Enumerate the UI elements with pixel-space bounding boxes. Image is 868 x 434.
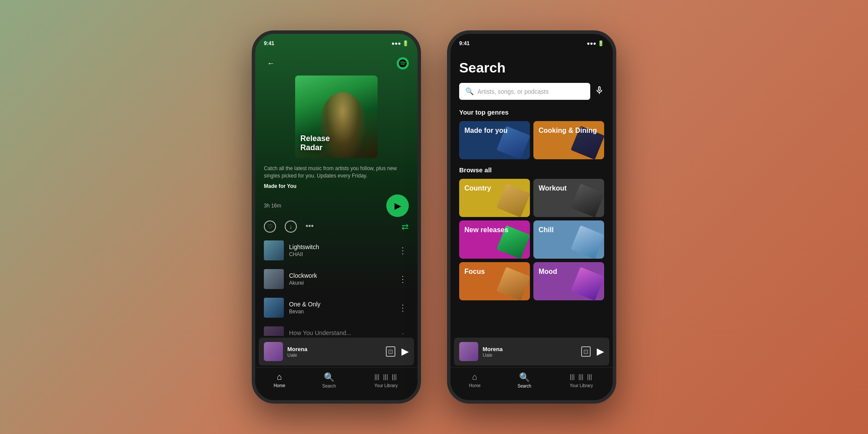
album-title-overlay: Release Radar (300, 134, 330, 153)
genre-cover (496, 267, 530, 300)
mic-button[interactable] (595, 85, 604, 97)
shuffle-button[interactable]: ⇄ (401, 221, 409, 232)
top-genres-grid: Made for you Cooking & Dining (459, 121, 604, 159)
nav-home-label: Home (469, 383, 481, 388)
more-button[interactable]: ••• (306, 222, 314, 231)
browse-all-grid: Country Workout New releases Chill Focus (459, 179, 604, 300)
track-item[interactable]: Lightswitch CHAII ⋮ (255, 236, 418, 265)
back-button[interactable]: ← (264, 56, 278, 70)
nav-library-label: Your Library (570, 383, 593, 388)
search-page-title: Search (459, 60, 604, 76)
genre-card-chill[interactable]: Chill (533, 220, 604, 259)
mini-player-controls: ⊡ ▶ (581, 346, 604, 357)
track-item[interactable]: How You Understand... ... ⋮ (255, 322, 418, 336)
search-bar: 🔍 Artists, songs, or podcasts (459, 83, 604, 100)
mini-player-thumbnail (264, 342, 283, 361)
right-phone-content: Search 🔍 Artists, songs, or podcasts You… (450, 53, 613, 400)
genre-label: Mood (539, 267, 557, 276)
mini-player-artist: Uale (287, 352, 381, 358)
genre-cover (571, 184, 604, 217)
genre-card-made-for-you[interactable]: Made for you (459, 121, 530, 159)
nav-library[interactable]: ⫼⫼⫼ Your Library (373, 372, 399, 388)
genre-label: Made for you (464, 126, 508, 135)
status-icons-right: ●●● 🔋 (587, 40, 604, 46)
genre-cover (496, 184, 530, 217)
track-item[interactable]: One & Only Bevan ⋮ (255, 293, 418, 322)
track-info: One & Only Bevan (289, 301, 391, 315)
mini-player-info: Morena Uale (483, 346, 577, 358)
status-bar-right: 9:41 ●●● 🔋 (450, 34, 613, 53)
search-input-wrap[interactable]: 🔍 Artists, songs, or podcasts (459, 83, 590, 100)
genre-card-new-releases[interactable]: New releases (459, 220, 530, 259)
cast-icon[interactable]: ⊡ (581, 346, 591, 357)
mini-play-button[interactable]: ▶ (401, 346, 409, 357)
track-name: One & Only (289, 301, 391, 308)
nav-search-label: Search (322, 384, 336, 388)
track-more-button[interactable]: ⋮ (397, 331, 409, 336)
genre-card-country[interactable]: Country (459, 179, 530, 217)
cast-icon[interactable]: ⊡ (386, 346, 395, 357)
nav-search[interactable]: 🔍 Search (517, 372, 531, 388)
genre-card-cooking[interactable]: Cooking & Dining (533, 121, 604, 159)
mini-play-button[interactable]: ▶ (597, 346, 604, 357)
left-phone: 9:41 ●●● 🔋 ← Release Radar Catch all (252, 30, 421, 404)
genre-card-focus[interactable]: Focus (459, 262, 530, 300)
download-button[interactable]: ↓ (285, 220, 297, 233)
action-row: ♡ ↓ ••• ⇄ (255, 220, 418, 236)
home-icon: ⌂ (472, 372, 477, 382)
album-title-line1: Release (300, 134, 330, 144)
nav-search-label: Search (517, 384, 531, 388)
left-phone-content: ← Release Radar Catch all the latest mus… (255, 53, 418, 400)
track-more-button[interactable]: ⋮ (397, 245, 409, 256)
search-input[interactable]: Artists, songs, or podcasts (477, 88, 584, 95)
genre-cover (571, 267, 604, 300)
top-genres-label: Your top genres (459, 108, 604, 116)
mini-player-title: Morena (287, 346, 381, 352)
search-icon: 🔍 (324, 372, 335, 382)
nav-library[interactable]: ⫼⫼⫼ Your Library (568, 372, 594, 388)
play-button[interactable]: ▶ (386, 194, 409, 217)
nav-library-label: Your Library (375, 383, 398, 388)
track-thumbnail (264, 298, 284, 318)
top-nav: ← (255, 53, 418, 70)
album-art: Release Radar (295, 76, 378, 158)
track-more-button[interactable]: ⋮ (397, 274, 409, 284)
genre-cover (571, 225, 604, 259)
nav-search[interactable]: 🔍 Search (322, 372, 336, 388)
time-right: 9:41 (459, 40, 470, 46)
track-artist: Akurei (289, 280, 391, 286)
track-list: Lightswitch CHAII ⋮ Clockwork Akurei ⋮ O… (255, 236, 418, 336)
track-artist: CHAII (289, 251, 391, 257)
track-thumbnail (264, 326, 284, 336)
track-name: Clockwork (289, 272, 391, 279)
album-title-line2: Radar (300, 143, 330, 153)
right-phone: 9:41 ●●● 🔋 Search 🔍 Artists, songs, or p… (447, 30, 616, 404)
genre-label: New releases (464, 226, 508, 234)
nav-home[interactable]: ⌂ Home (274, 372, 286, 388)
genre-label: Focus (464, 267, 485, 276)
spotify-logo (397, 57, 409, 69)
track-more-button[interactable]: ⋮ (397, 302, 409, 313)
browse-all-label: Browse all (459, 166, 604, 174)
mini-player[interactable]: Morena Uale ⊡ ▶ (259, 338, 414, 365)
search-icon: 🔍 (519, 372, 530, 382)
track-name: Lightswitch (289, 243, 391, 250)
track-name: How You Understand... (289, 329, 391, 336)
bottom-nav-right: ⌂ Home 🔍 Search ⫼⫼⫼ Your Library (450, 367, 613, 400)
mini-player-right[interactable]: Morena Uale ⊡ ▶ (454, 338, 609, 365)
status-bar-left: 9:41 ●●● 🔋 (255, 34, 418, 53)
track-thumbnail (264, 240, 284, 260)
like-button[interactable]: ♡ (264, 220, 276, 233)
track-thumbnail (264, 269, 284, 289)
status-icons-left: ●●● 🔋 (391, 40, 409, 46)
genre-card-workout[interactable]: Workout (533, 179, 604, 217)
genre-label: Workout (539, 184, 567, 192)
nav-home[interactable]: ⌂ Home (469, 372, 481, 388)
mini-player-info: Morena Uale (287, 346, 381, 358)
track-item[interactable]: Clockwork Akurei ⋮ (255, 265, 418, 293)
genre-label: Chill (539, 226, 554, 234)
album-art-container: Release Radar (255, 70, 418, 161)
genre-card-mood[interactable]: Mood (533, 262, 604, 300)
library-icon: ⫼⫼⫼ (568, 372, 594, 382)
bottom-nav-left: ⌂ Home 🔍 Search ⫼⫼⫼ Your Library (255, 367, 418, 400)
